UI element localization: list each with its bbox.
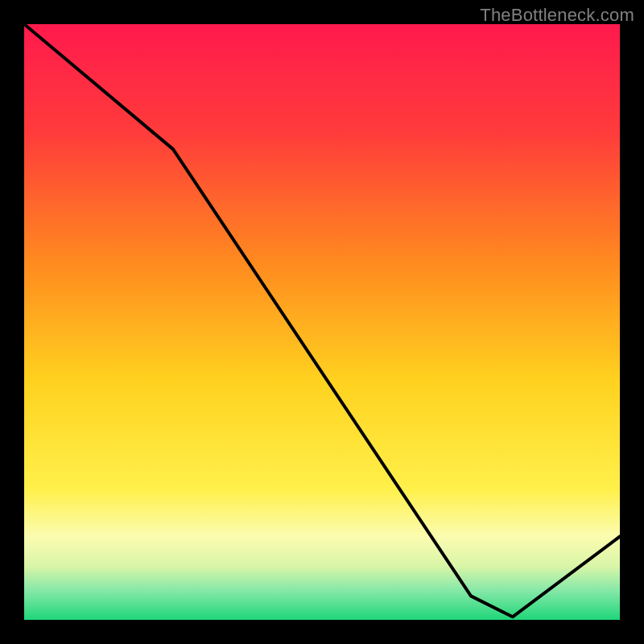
svg-rect-0 [24,24,620,620]
watermark-text: TheBottleneck.com [480,5,634,26]
chart-area [24,24,620,620]
chart-gradient-background [24,24,620,620]
